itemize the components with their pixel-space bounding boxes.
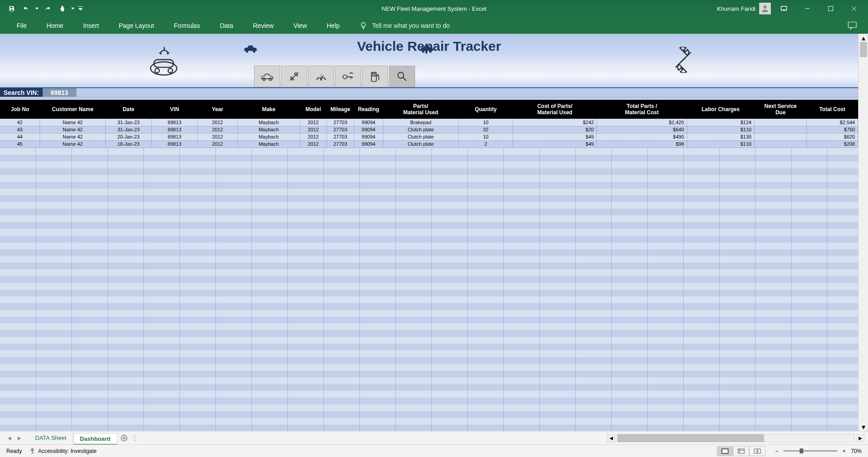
cell[interactable]: $242	[513, 119, 597, 126]
cell[interactable]: 32	[459, 126, 513, 133]
cell[interactable]: 89813	[152, 126, 197, 133]
cell[interactable]: Name 42	[40, 140, 106, 148]
zoom-handle[interactable]	[800, 448, 803, 453]
cell[interactable]: $110	[687, 126, 754, 133]
cell[interactable]: Maybach	[237, 140, 300, 148]
cell[interactable]: $490	[597, 133, 687, 140]
vertical-scrollbar[interactable]: ▴ ▾	[858, 34, 868, 431]
cell[interactable]	[754, 126, 806, 133]
cell[interactable]: Maybach	[237, 126, 300, 133]
table-row[interactable]: 43Name 4231-Jan-23898132012Maybach201227…	[0, 126, 858, 133]
cell[interactable]: 2012	[300, 140, 327, 148]
search-value[interactable]: 89813	[43, 88, 76, 97]
hscroll-track[interactable]	[617, 434, 855, 442]
cell[interactable]: Name 42	[40, 133, 106, 140]
cell[interactable]: 2012	[197, 119, 237, 126]
cell[interactable]: $110	[687, 140, 754, 148]
cell[interactable]: 18-Jan-23	[105, 140, 151, 148]
cell[interactable]: $640	[597, 126, 687, 133]
cell[interactable]: 99094	[354, 140, 383, 148]
ribbon-display-options[interactable]	[774, 0, 794, 17]
touch-mode-dropdown[interactable]	[70, 2, 76, 15]
cell[interactable]: $2,420	[597, 119, 687, 126]
zoom-level[interactable]: 70%	[851, 448, 862, 454]
cell[interactable]: 27703	[327, 119, 354, 126]
hscroll-left[interactable]: ◂	[607, 434, 615, 442]
tab-data[interactable]: Data	[210, 17, 243, 34]
cell[interactable]: 10	[459, 133, 513, 140]
tell-me[interactable]: Tell me what you want to do	[349, 17, 460, 34]
horizontal-scrollbar[interactable]: ◂ ▸	[607, 434, 868, 442]
nav-vehicles[interactable]	[254, 66, 280, 87]
cell[interactable]: 2012	[197, 140, 237, 148]
sheet-nav-prev[interactable]: ◂	[4, 433, 14, 443]
cell[interactable]: $98	[597, 140, 687, 148]
cell[interactable]: 2012	[300, 133, 327, 140]
tab-view[interactable]: View	[283, 17, 317, 34]
feedback-button[interactable]	[846, 19, 859, 32]
cell[interactable]: 27703	[327, 126, 354, 133]
cell[interactable]: Name 42	[40, 119, 106, 126]
tab-help[interactable]: Help	[317, 17, 350, 34]
nav-search[interactable]	[389, 66, 415, 87]
cell[interactable]: $124	[687, 119, 754, 126]
touch-mode-button[interactable]	[56, 2, 68, 15]
cell[interactable]: 10	[459, 119, 513, 126]
scroll-down-arrow[interactable]: ▾	[859, 423, 868, 431]
user-account[interactable]: Khurram Faridi	[717, 3, 771, 14]
empty-cells[interactable]	[0, 148, 858, 431]
nav-dashboard[interactable]	[308, 66, 334, 87]
nav-key[interactable]	[335, 66, 361, 87]
table-row[interactable]: 45Name 4218-Jan-23898132012Maybach201227…	[0, 140, 858, 148]
qat-customize[interactable]	[77, 2, 84, 15]
close-button[interactable]	[844, 0, 864, 17]
tab-review[interactable]: Review	[243, 17, 284, 34]
zoom-in[interactable]: +	[840, 447, 848, 455]
cell[interactable]: 99094	[354, 126, 383, 133]
undo-dropdown[interactable]	[34, 2, 40, 15]
cell[interactable]: 2	[459, 140, 513, 148]
sheet-tab-data-sheet[interactable]: DATA Sheet	[29, 432, 73, 444]
cell[interactable]	[754, 133, 806, 140]
tab-formulas[interactable]: Formulas	[164, 17, 210, 34]
cell[interactable]: 27703	[327, 140, 354, 148]
sheet-nav-next[interactable]: ▸	[14, 433, 24, 443]
cell[interactable]: 89813	[152, 140, 197, 148]
cell[interactable]: $49	[513, 140, 597, 148]
cell[interactable]: Brakepad	[383, 119, 458, 126]
cell[interactable]: 45	[0, 140, 40, 148]
cell[interactable]	[754, 119, 806, 126]
cell[interactable]: Maybach	[237, 133, 300, 140]
tab-home[interactable]: Home	[37, 17, 73, 34]
cell[interactable]: 2012	[197, 126, 237, 133]
cell[interactable]: 27703	[327, 133, 354, 140]
nav-fuel[interactable]	[362, 66, 388, 87]
cell[interactable]: Name 42	[40, 126, 106, 133]
view-page-break[interactable]	[749, 446, 765, 456]
cell[interactable]: $49	[513, 133, 597, 140]
zoom-out[interactable]: −	[773, 447, 781, 455]
cell[interactable]: 2012	[300, 119, 327, 126]
cell[interactable]: 44	[0, 133, 40, 140]
table-row[interactable]: 42Name 4231-Jan-23898132012Maybach201227…	[0, 119, 858, 126]
tab-scroll-grip[interactable]: ⋮	[131, 434, 139, 442]
cell[interactable]: Clutch plate	[383, 133, 458, 140]
nav-repairs[interactable]	[281, 66, 307, 87]
cell[interactable]: 89813	[152, 133, 197, 140]
cell[interactable]: $208	[807, 140, 858, 148]
cell[interactable]: $750	[807, 126, 858, 133]
undo-button[interactable]	[20, 2, 32, 15]
cell[interactable]: 31-Jan-23	[105, 119, 151, 126]
cell[interactable]	[754, 140, 806, 148]
hscroll-thumb[interactable]	[617, 434, 764, 442]
cell[interactable]: $620	[807, 133, 858, 140]
cell[interactable]: 43	[0, 126, 40, 133]
cell[interactable]: $2,544	[807, 119, 858, 126]
redo-button[interactable]	[41, 2, 54, 15]
cell[interactable]: Clutch plate	[383, 140, 458, 148]
cell[interactable]: Maybach	[237, 119, 300, 126]
scroll-thumb[interactable]	[860, 42, 867, 57]
cell[interactable]: $130	[687, 133, 754, 140]
minimize-button[interactable]	[797, 0, 818, 17]
cell[interactable]: 20-Jan-23	[105, 133, 151, 140]
